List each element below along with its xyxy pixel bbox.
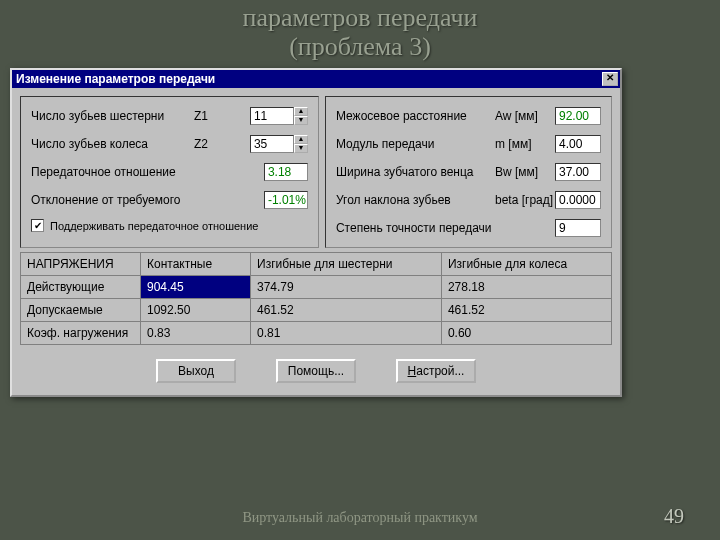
table-row[interactable]: Коэф. нагружения 0.83 0.81 0.60 (21, 322, 612, 345)
z2-spin-up-icon[interactable]: ▲ (294, 135, 308, 144)
cell-coef-contact[interactable]: 0.83 (141, 322, 251, 345)
z1-spin-down-icon[interactable]: ▼ (294, 116, 308, 125)
setup-button[interactable]: Настрой... (396, 359, 476, 383)
keep-ratio-checkbox[interactable]: ✔ Поддерживать передаточное отношение (31, 219, 308, 232)
aw-unit: Aw [мм] (495, 109, 555, 123)
z2-symbol: Z2 (194, 137, 250, 151)
z2-input[interactable]: 35 (250, 135, 294, 153)
checkbox-icon[interactable]: ✔ (31, 219, 44, 232)
z1-spinner[interactable]: 11 ▲ ▼ (250, 107, 308, 125)
button-row: Выход Помощь... Настрой... (12, 349, 620, 395)
exit-button[interactable]: Выход (156, 359, 236, 383)
z2-label: Число зубьев колеса (31, 137, 194, 151)
cell-allow-pinion[interactable]: 461.52 (251, 299, 442, 322)
dev-label: Отклонение от требуемого (31, 193, 264, 207)
table-row[interactable]: Допускаемые 1092.50 461.52 461.52 (21, 299, 612, 322)
slide-footer: Виртуальный лабораторный практикум (0, 510, 720, 526)
cell-acting-contact[interactable]: 904.45 (141, 276, 251, 299)
right-panel: Межосевое расстояние Aw [мм] 92.00 Модул… (325, 96, 612, 248)
z2-spinner[interactable]: 35 ▲ ▼ (250, 135, 308, 153)
cell-acting-pinion[interactable]: 374.79 (251, 276, 442, 299)
z1-spin-up-icon[interactable]: ▲ (294, 107, 308, 116)
cell-allow-contact[interactable]: 1092.50 (141, 299, 251, 322)
beta-unit: beta [град] (495, 193, 555, 207)
setup-hotkey: Н (408, 364, 417, 378)
table-header-row: НАПРЯЖЕНИЯ Контактные Изгибные для шесте… (21, 253, 612, 276)
th-contact: Контактные (141, 253, 251, 276)
slide-title: параметров передачи (проблема 3) (0, 0, 720, 61)
z1-symbol: Z1 (194, 109, 250, 123)
cell-coef-pinion[interactable]: 0.81 (251, 322, 442, 345)
help-button[interactable]: Помощь... (276, 359, 356, 383)
beta-label: Угол наклона зубьев (336, 193, 495, 207)
dialog-window: Изменение параметров передачи ✕ Число зу… (10, 68, 622, 397)
aw-input[interactable]: 92.00 (555, 107, 601, 125)
titlebar[interactable]: Изменение параметров передачи ✕ (12, 70, 620, 88)
m-unit: m [мм] (495, 137, 555, 151)
cell-coef-wheel[interactable]: 0.60 (441, 322, 611, 345)
z2-spin-down-icon[interactable]: ▼ (294, 144, 308, 153)
slide-title-1: параметров передачи (243, 3, 478, 32)
row-acting-label: Действующие (21, 276, 141, 299)
stress-table: НАПРЯЖЕНИЯ Контактные Изгибные для шесте… (20, 252, 612, 345)
close-icon[interactable]: ✕ (602, 72, 618, 86)
cell-allow-wheel[interactable]: 461.52 (441, 299, 611, 322)
cell-acting-wheel[interactable]: 278.18 (441, 276, 611, 299)
bw-unit: Bw [мм] (495, 165, 555, 179)
m-label: Модуль передачи (336, 137, 495, 151)
bw-input[interactable]: 37.00 (555, 163, 601, 181)
bw-label: Ширина зубчатого венца (336, 165, 495, 179)
keep-ratio-label: Поддерживать передаточное отношение (50, 220, 258, 232)
th-stress: НАПРЯЖЕНИЯ (21, 253, 141, 276)
ratio-output: 3.18 (264, 163, 308, 181)
z1-label: Число зубьев шестерни (31, 109, 194, 123)
page-number: 49 (664, 505, 684, 528)
stress-table-wrap: НАПРЯЖЕНИЯ Контактные Изгибные для шесте… (12, 252, 620, 349)
row-allow-label: Допускаемые (21, 299, 141, 322)
row-coef-label: Коэф. нагружения (21, 322, 141, 345)
setup-rest: астрой... (416, 364, 464, 378)
slide-title-2: (проблема 3) (289, 32, 431, 61)
th-bend-pinion: Изгибные для шестерни (251, 253, 442, 276)
ratio-label: Передаточное отношение (31, 165, 264, 179)
dev-output: -1.01% (264, 191, 308, 209)
th-bend-wheel: Изгибные для колеса (441, 253, 611, 276)
beta-input[interactable]: 0.0000 (555, 191, 601, 209)
dialog-title: Изменение параметров передачи (16, 72, 215, 86)
z1-input[interactable]: 11 (250, 107, 294, 125)
table-row[interactable]: Действующие 904.45 374.79 278.18 (21, 276, 612, 299)
aw-label: Межосевое расстояние (336, 109, 495, 123)
left-panel: Число зубьев шестерни Z1 11 ▲ ▼ Число зу… (20, 96, 319, 248)
m-input[interactable]: 4.00 (555, 135, 601, 153)
acc-input[interactable]: 9 (555, 219, 601, 237)
acc-label: Степень точности передачи (336, 221, 555, 235)
